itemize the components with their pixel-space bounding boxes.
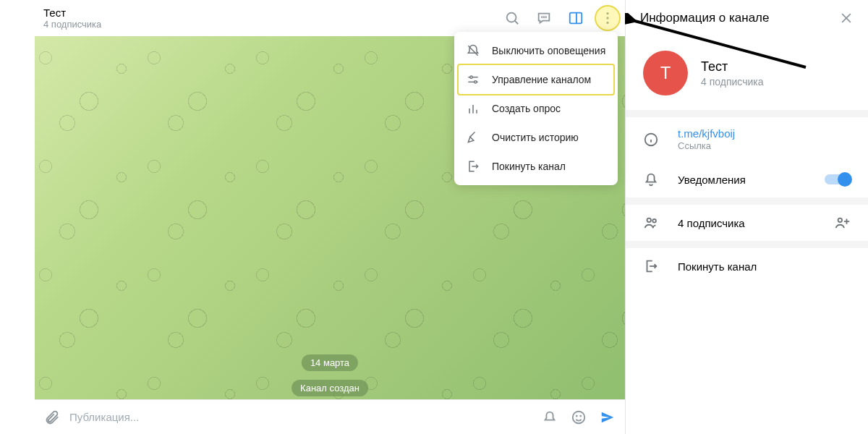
- svg-point-13: [470, 76, 472, 78]
- channel-info-panel: Информация о канале Т Тест 4 подписчика …: [625, 0, 868, 434]
- chat-main-area: Тест 4 подписчика Выключить оповещения: [35, 0, 625, 434]
- system-message: Канал создан: [292, 380, 368, 396]
- chat-subtitle: 4 подписчика: [43, 19, 503, 30]
- attach-icon[interactable]: [43, 409, 61, 426]
- comments-icon[interactable]: [535, 9, 553, 27]
- close-icon[interactable]: [839, 11, 854, 25]
- divider: [626, 197, 868, 205]
- message-input-bar: Публикация...: [35, 399, 625, 434]
- menu-item-label: Выключить оповещения: [492, 45, 605, 56]
- silent-icon[interactable]: [541, 409, 558, 426]
- notifications-toggle[interactable]: [825, 174, 851, 184]
- profile-name: Тест: [701, 59, 763, 75]
- svg-point-18: [573, 411, 585, 423]
- poll-icon: [466, 101, 480, 116]
- broom-icon: [466, 130, 480, 145]
- divider: [626, 110, 868, 117]
- profile-subtitle: 4 подписчика: [701, 76, 763, 88]
- panel-header: Информация о канале: [626, 0, 868, 36]
- menu-item-clear-history[interactable]: Очистить историю: [454, 123, 618, 152]
- svg-point-26: [647, 218, 652, 223]
- svg-point-20: [580, 415, 581, 416]
- menu-item-manage-channel[interactable]: Управление каналом: [454, 65, 618, 94]
- channel-link: t.me/kjfvboij: [678, 127, 851, 140]
- subscribers-label: 4 подписчика: [678, 217, 816, 229]
- panel-title: Информация о канале: [640, 11, 769, 25]
- info-icon: [643, 132, 659, 148]
- svg-line-1: [515, 21, 519, 25]
- menu-item-label: Покинуть канал: [492, 161, 566, 172]
- message-input[interactable]: Публикация...: [69, 411, 532, 423]
- settings-sliders-icon: [466, 72, 480, 87]
- menu-item-mute[interactable]: Выключить оповещения: [454, 36, 618, 65]
- more-button-highlight: [595, 5, 621, 31]
- date-badge: 14 марта: [302, 354, 358, 371]
- notifications-label: Уведомления: [678, 174, 806, 186]
- emoji-icon[interactable]: [570, 409, 587, 426]
- input-right-icons: [541, 409, 616, 426]
- menu-item-create-poll[interactable]: Создать опрос: [454, 94, 618, 123]
- svg-point-30: [838, 218, 843, 223]
- dropdown-menu: Выключить оповещения Управление каналом …: [454, 32, 618, 185]
- svg-point-0: [507, 13, 516, 22]
- people-icon: [643, 215, 659, 231]
- menu-item-label: Создать опрос: [492, 103, 561, 114]
- svg-point-14: [475, 81, 477, 83]
- chat-title: Тест: [43, 7, 503, 19]
- svg-point-27: [652, 219, 656, 223]
- menu-item-label: Управление каналом: [492, 74, 591, 85]
- divider: [626, 241, 868, 248]
- info-row-leave[interactable]: Покинуть канал: [626, 248, 868, 284]
- add-user-icon[interactable]: [835, 215, 851, 231]
- menu-item-label: Очистить историю: [492, 132, 579, 143]
- chat-title-block[interactable]: Тест 4 подписчика: [43, 7, 503, 30]
- bell-icon: [643, 171, 659, 187]
- menu-item-leave-channel[interactable]: Покинуть канал: [454, 152, 618, 181]
- profile-row: Т Тест 4 подписчика: [626, 36, 868, 110]
- link-label: Ссылка: [678, 140, 851, 151]
- send-icon[interactable]: [599, 409, 616, 426]
- info-row-notifications[interactable]: Уведомления: [626, 161, 868, 197]
- leave-icon: [643, 258, 659, 274]
- mute-icon: [466, 43, 480, 58]
- leave-icon: [466, 159, 480, 174]
- leave-label: Покинуть канал: [678, 260, 851, 273]
- avatar[interactable]: Т: [643, 51, 688, 95]
- info-row-subscribers[interactable]: 4 подписчика: [626, 205, 868, 241]
- split-panel-icon[interactable]: [567, 9, 584, 27]
- search-icon[interactable]: [503, 9, 521, 27]
- chat-header: Тест 4 подписчика Выключить оповещения: [35, 0, 625, 36]
- svg-point-19: [576, 415, 577, 416]
- info-row-link[interactable]: t.me/kjfvboij Ссылка: [626, 117, 868, 161]
